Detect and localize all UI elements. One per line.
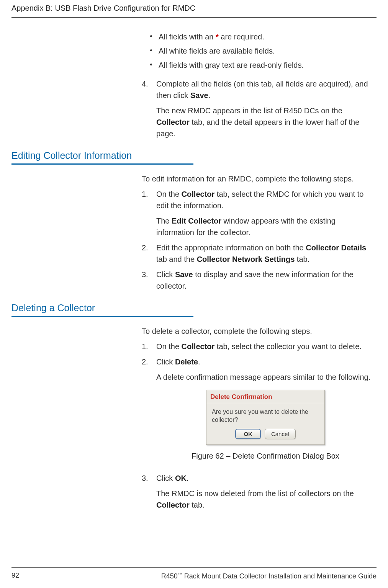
text: Click xyxy=(156,474,175,482)
text: . xyxy=(187,474,189,482)
text: Click xyxy=(156,270,175,279)
step-number: 3. xyxy=(142,269,148,280)
text: The RMDC is now deleted from the list of… xyxy=(156,489,354,498)
step-number: 3. xyxy=(142,472,148,484)
text: tab and the xyxy=(156,255,197,263)
heading-rule xyxy=(11,316,193,317)
text: are required. xyxy=(219,33,264,41)
delete-confirmation-figure: Delete Confirmation Are you sure you wan… xyxy=(156,390,375,445)
step-number: 2. xyxy=(142,356,148,368)
heading-deleting-collector: Deleting a Collector xyxy=(11,302,375,314)
heading-rule xyxy=(11,163,193,165)
step-number: 1. xyxy=(142,341,148,352)
dialog-body-text: Are you sure you want to delete the coll… xyxy=(206,403,324,426)
collector-label: Collector xyxy=(182,190,215,198)
collector-label: Collector xyxy=(156,118,190,126)
text: Click xyxy=(156,358,175,366)
delete-steps: 1. On the Collector tab, select the coll… xyxy=(142,341,375,511)
page-number: 92 xyxy=(11,572,19,580)
save-label: Save xyxy=(190,91,208,100)
asterisk-icon: * xyxy=(216,33,219,41)
collector-details-label: Collector Details xyxy=(306,243,366,252)
ok-label: OK xyxy=(175,474,187,482)
edit-step-2: 2. Edit the appropriate information on b… xyxy=(142,242,375,265)
delete-step-3: 3. Click OK. The RMDC is now deleted fro… xyxy=(142,472,375,511)
text: A delete confirmation message appears si… xyxy=(156,371,375,383)
dialog-title: Delete Confirmation xyxy=(206,390,324,403)
text: tab. xyxy=(190,501,205,509)
delete-intro: To delete a collector, complete the foll… xyxy=(142,325,375,337)
edit-step-3: 3. Click Save to display and save the ne… xyxy=(142,269,375,292)
edit-intro: To edit information for an RMDC, complet… xyxy=(142,173,375,185)
page-footer: 92 R450™ Rack Mount Data Collector Insta… xyxy=(11,567,377,580)
delete-label: Delete xyxy=(175,358,198,366)
dialog-button-row: OK Cancel xyxy=(206,426,324,444)
text: On the xyxy=(156,190,182,198)
figure-caption: Figure 62 – Delete Confirmation Dialog B… xyxy=(156,450,375,462)
page-header-title: Appendix B: USB Flash Drive Configuratio… xyxy=(11,4,377,17)
step-number: 1. xyxy=(142,188,148,200)
collector-label: Collector xyxy=(156,501,190,509)
trademark-symbol: ™ xyxy=(178,572,182,577)
notes-bullet-list: All fields with an * are required. All w… xyxy=(152,31,375,71)
step-4-list: 4. Complete all the fields (on this tab,… xyxy=(142,78,375,139)
text: . xyxy=(198,358,200,366)
text: The new RMDC appears in the list of R450… xyxy=(156,106,342,115)
bullet-white-fields: All white fields are available fields. xyxy=(152,45,375,57)
text: R450 xyxy=(161,572,178,580)
step-4: 4. Complete all the fields (on this tab,… xyxy=(142,78,375,139)
cancel-button[interactable]: Cancel xyxy=(265,429,296,439)
bullet-required-fields: All fields with an * are required. xyxy=(152,31,375,43)
collector-label: Collector xyxy=(182,342,215,351)
text: Edit the appropriate information on both… xyxy=(156,243,306,252)
text: The xyxy=(156,217,172,225)
step-number: 2. xyxy=(142,242,148,253)
text: tab, select the collector you want to de… xyxy=(214,342,362,351)
text: . xyxy=(208,91,211,100)
save-label: Save xyxy=(175,270,193,279)
delete-confirmation-dialog: Delete Confirmation Are you sure you wan… xyxy=(206,390,325,445)
text: On the xyxy=(156,342,182,351)
header-rule xyxy=(11,17,377,18)
text: Rack Mount Data Collector Installation a… xyxy=(182,572,377,580)
edit-collector-label: Edit Collector xyxy=(172,217,221,225)
delete-step-2: 2. Click Delete. A delete confirmation m… xyxy=(142,356,375,462)
bullet-gray-fields: All fields with gray text are read-only … xyxy=(152,59,375,71)
edit-steps: 1. On the Collector tab, select the RMDC… xyxy=(142,188,375,292)
text: Complete all the fields (on this tab, al… xyxy=(156,80,368,100)
book-title: R450™ Rack Mount Data Collector Installa… xyxy=(161,572,377,580)
ok-button[interactable]: OK xyxy=(235,429,261,439)
delete-step-1: 1. On the Collector tab, select the coll… xyxy=(142,341,375,352)
edit-step-1: 1. On the Collector tab, select the RMDC… xyxy=(142,188,375,238)
text: tab. xyxy=(295,255,309,263)
text: All fields with an xyxy=(159,33,216,41)
step-number: 4. xyxy=(142,78,148,90)
heading-editing-collector: Editing Collector Information xyxy=(11,150,375,161)
collector-network-settings-label: Collector Network Settings xyxy=(197,255,295,263)
